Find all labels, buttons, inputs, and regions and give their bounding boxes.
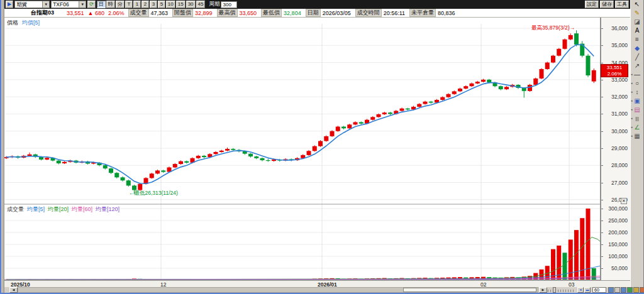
quote-symbol: 台指期03	[31, 9, 54, 17]
tool-dropdown-icon[interactable]: ◂	[631, 82, 633, 85]
play-button[interactable]: ▶	[6, 1, 13, 8]
zoom-out-icon[interactable]: ▬	[584, 287, 591, 293]
fibonacci-tool-icon[interactable]: ▣◂	[631, 97, 643, 106]
quote-field-label: 成交量	[128, 9, 149, 17]
vertical-bars-tool-icon[interactable]: |||◂	[631, 114, 643, 123]
chevron-down-icon[interactable]: ▼	[79, 1, 86, 8]
angle-tool-icon[interactable]: ∠◂	[631, 123, 643, 132]
tool-dropdown-icon[interactable]: ◂	[631, 108, 633, 111]
volume-pane-header: 成交量 均量[5]均量[20]均量[60]均量[120]	[7, 205, 119, 214]
window-grip-line	[2, 0, 3, 294]
price-axis-tick	[601, 28, 603, 29]
screenshot-icon[interactable]	[614, 287, 620, 293]
step-left-icon[interactable]: ◄	[577, 287, 584, 293]
toolbar-button-設定[interactable]: 設定	[585, 1, 599, 8]
cycle-input[interactable]	[221, 1, 237, 8]
toolbar-button-儲存[interactable]: 儲存	[600, 1, 614, 8]
price-axis-label: 27,000	[604, 180, 628, 186]
chart-scrollbar[interactable]	[18, 287, 538, 293]
volume-ma-legend: 均量[5]	[27, 205, 45, 214]
chart-style-green-icon[interactable]	[627, 287, 633, 293]
period-button-15[interactable]: 15	[176, 1, 186, 8]
quote-field-label: 日期	[306, 9, 321, 17]
toolbar-button-工具[interactable]: 工具	[615, 1, 629, 8]
scrollbar-thumb[interactable]	[403, 288, 536, 292]
volume-axis-label: 200,000	[604, 229, 628, 236]
grid-tool-icon[interactable]: ▦◂	[631, 132, 643, 141]
volume-axis-tick	[601, 209, 603, 209]
price-axis-label: 32,000	[604, 94, 628, 100]
low-annotation: ←最低26,313(11/24)	[129, 190, 178, 197]
period-button-時[interactable]: 時	[106, 1, 115, 8]
volume-pane-title: 成交量	[7, 205, 24, 214]
period-button-分[interactable]: 分	[116, 1, 125, 8]
price-axis-tick	[601, 97, 603, 97]
chart-plot-area[interactable]	[4, 18, 601, 280]
volume-axis-label: 150,000	[604, 241, 628, 248]
scroll-right-icon[interactable]: ▶	[539, 287, 547, 293]
volume-axis-tick	[601, 232, 603, 233]
price-axis[interactable]: 26,00027,00028,00029,00030,00031,00032,0…	[601, 18, 630, 280]
drawing-tools-sidebar: ↖✎◪A≡◆╱↗—◂○◂↕◂▣◂▤◂|||◂∠◂▦◂	[630, 0, 644, 287]
ellipse-tool-icon[interactable]: ○◂	[631, 79, 643, 88]
quote-field: 最高價33,650	[217, 9, 257, 17]
price-axis-label: 31,000	[604, 111, 628, 117]
period-button-2[interactable]: 2	[142, 1, 149, 8]
tool-dropdown-icon[interactable]: ◂	[631, 90, 633, 94]
quote-field-value: 80,836	[438, 10, 455, 16]
quote-bar: 台指期03 33,551 ▲ 680 2.06% 成交量47,363開盤價32,…	[4, 9, 630, 18]
price-pane-title: 價格	[7, 19, 18, 27]
tool-dropdown-icon[interactable]: ◂	[631, 117, 633, 120]
parallel-lines-tool-icon[interactable]: ≡	[631, 35, 643, 44]
price-axis-tick	[601, 165, 603, 166]
pointer-tool-icon[interactable]: ↖	[631, 0, 643, 9]
volume-axis-tick	[601, 220, 603, 221]
ray-tool-icon[interactable]: ↗	[631, 62, 643, 70]
period-button-5[interactable]: 5	[158, 1, 165, 8]
refresh-icon[interactable]: ⟳	[87, 1, 96, 8]
eraser-tool-icon[interactable]: ◪	[631, 18, 643, 26]
period-button-T[interactable]: T	[125, 1, 133, 8]
zoom-slider[interactable]	[548, 287, 575, 293]
visible-bars-input[interactable]	[592, 287, 606, 293]
layout-icon[interactable]	[621, 287, 626, 293]
chart-style-yellow-icon[interactable]	[633, 287, 639, 293]
symbol-select[interactable]: TXF06 ▼	[51, 1, 86, 8]
period-button-30[interactable]: 30	[186, 1, 196, 8]
quote-fields: 成交量47,363開盤價32,899最高價33,650最低價32,804日期20…	[128, 9, 455, 17]
quote-field: 開盤價32,899	[172, 9, 213, 17]
pencil-tool-icon[interactable]: ✎	[631, 9, 643, 18]
gann-tool-icon[interactable]: ▤◂	[631, 106, 643, 114]
symbol-select-value: TXF06	[52, 1, 79, 8]
refresh-icon[interactable]	[608, 287, 614, 293]
period-button-10[interactable]: 10	[166, 1, 175, 8]
tool-dropdown-icon[interactable]: ◂	[631, 99, 633, 102]
quote-field: 日期2026/03/05	[306, 9, 351, 17]
volume-ma-legend: 均量[60]	[72, 205, 92, 214]
close-icon[interactable]: ✕	[621, 198, 627, 204]
market-select[interactable]: 期貨 ▼	[14, 1, 50, 8]
price-volume-chart[interactable]	[4, 18, 601, 280]
pin-tool-icon[interactable]: ↕◂	[631, 88, 643, 97]
price-pane-header: 價格 均價[5]	[7, 19, 40, 27]
period-button-3[interactable]: 3	[150, 1, 157, 8]
text-tool-icon[interactable]: A	[631, 26, 643, 35]
tool-dropdown-icon[interactable]: ◂	[631, 73, 633, 76]
horizontal-line-tool-icon[interactable]: —◂	[631, 70, 643, 79]
chevron-down-icon[interactable]: ▼	[42, 1, 49, 8]
period-button-45[interactable]: 45	[196, 1, 206, 8]
price-axis-tick	[601, 131, 603, 132]
scroll-left-icon[interactable]: ◀	[9, 287, 18, 293]
chart-style-orange-icon[interactable]	[640, 287, 644, 293]
period-button-日[interactable]: 日	[97, 1, 106, 8]
trendline-tool-icon[interactable]: ╱	[631, 53, 643, 62]
volume-axis-label: 100,000	[604, 253, 628, 259]
zoom-slider-handle[interactable]	[553, 287, 556, 293]
period-button-1[interactable]: 1	[133, 1, 141, 8]
tool-dropdown-icon[interactable]: ◂	[631, 134, 633, 138]
tool-dropdown-icon[interactable]: ◂	[631, 126, 633, 129]
quote-field-value: 47,363	[151, 10, 169, 16]
shapes-tool-icon[interactable]: ◆	[631, 44, 643, 53]
last-price-tag-price: 33,551	[601, 65, 628, 71]
last-price-tag: 33,551 2.06%	[601, 64, 628, 77]
